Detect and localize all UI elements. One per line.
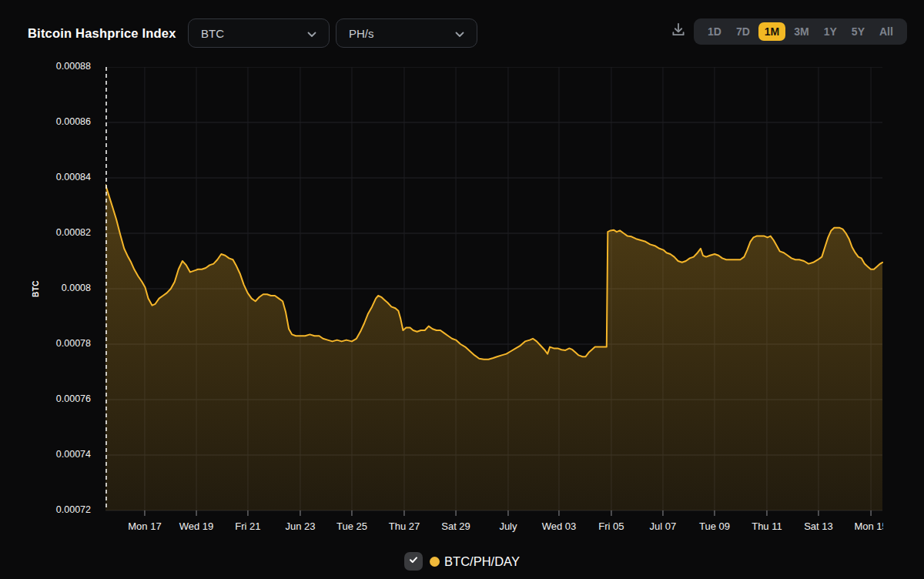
range-button-1m[interactable]: 1M [758, 22, 785, 41]
range-button-5y[interactable]: 5Y [845, 22, 871, 41]
time-range-selector: 1D7D1M3M1Y5YAll [694, 18, 907, 45]
x-tick-label: Mon 15 [854, 520, 883, 532]
chevron-down-icon [455, 27, 464, 40]
download-icon [670, 21, 687, 41]
y-tick-label: 0.00072 [25, 504, 91, 515]
check-icon [408, 554, 419, 568]
x-tick-label: Thu 11 [752, 520, 782, 532]
legend-series-label: BTC/PH/DAY [444, 554, 520, 569]
x-tick-label: Fri 05 [598, 520, 624, 532]
x-tick-label: Jul 07 [650, 520, 677, 532]
x-tick-label: Jun 23 [285, 520, 315, 532]
unit-dropdown[interactable]: PH/s [336, 18, 477, 48]
currency-dropdown-value: BTC [201, 27, 224, 40]
legend-checkbox[interactable] [404, 552, 423, 571]
currency-dropdown[interactable]: BTC [188, 18, 330, 48]
range-button-all[interactable]: All [873, 22, 899, 41]
series-color-dot [430, 557, 440, 567]
x-tick-label: Fri 21 [235, 520, 260, 532]
x-tick-label: Sat 29 [441, 520, 470, 532]
download-button[interactable] [667, 19, 690, 42]
range-button-1d[interactable]: 1D [701, 22, 728, 41]
x-tick-label: Tue 09 [699, 520, 730, 532]
y-tick-label: 0.00086 [25, 116, 91, 127]
x-tick-label: Wed 19 [179, 520, 214, 532]
y-tick-label: 0.00084 [25, 172, 91, 182]
x-tick-label: Tue 25 [336, 520, 367, 532]
x-tick-label: Wed 03 [542, 520, 577, 532]
y-tick-label: 0.00078 [25, 338, 91, 349]
y-tick-label: 0.0008 [25, 283, 91, 293]
x-tick-label: July [499, 520, 517, 532]
x-tick-label: Thu 27 [389, 520, 420, 532]
range-button-7d[interactable]: 7D [730, 22, 756, 41]
unit-dropdown-value: PH/s [349, 27, 374, 40]
legend-item[interactable]: BTC/PH/DAY [430, 554, 520, 569]
page-title: Bitcoin Hashprice Index [28, 26, 176, 41]
chevron-down-icon [307, 27, 316, 40]
hashprice-dashboard: Bitcoin Hashprice Index BTC PH/s 1D7D1M3… [0, 0, 924, 579]
range-button-3m[interactable]: 3M [788, 22, 815, 41]
y-tick-label: 0.00074 [25, 449, 91, 460]
range-button-1y[interactable]: 1Y [818, 22, 843, 41]
y-tick-label: 0.00082 [25, 227, 91, 238]
x-tick-label: Mon 17 [128, 520, 161, 532]
hashprice-area-chart [105, 67, 883, 523]
chart-legend: BTC/PH/DAY [0, 552, 924, 571]
x-tick-label: Sat 13 [804, 520, 833, 532]
x-axis-labels: Mon 17Wed 19Fri 21Jun 23Tue 25Thu 27Sat … [0, 519, 883, 536]
y-tick-label: 0.00076 [25, 393, 91, 404]
y-tick-label: 0.00088 [25, 61, 91, 72]
